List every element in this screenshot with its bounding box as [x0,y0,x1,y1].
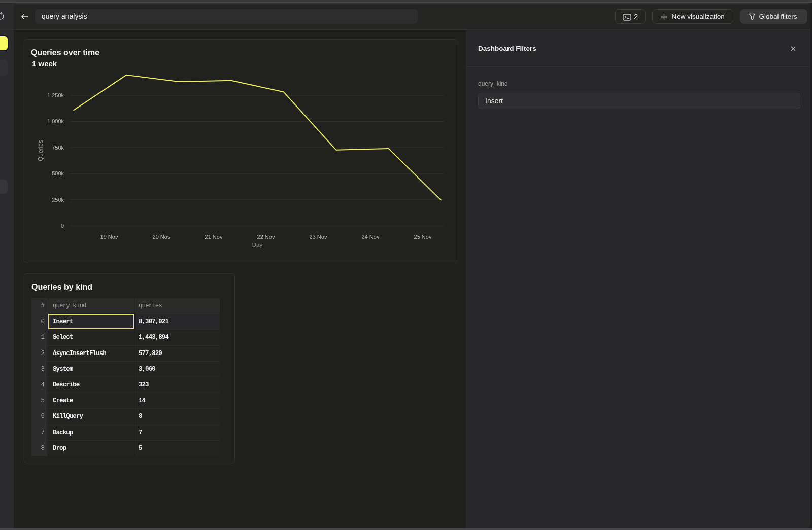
svg-text:Queries: Queries [37,140,44,161]
svg-text:22 Nov: 22 Nov [257,234,275,240]
svg-text:21 Nov: 21 Nov [205,234,223,240]
svg-text:1 250k: 1 250k [47,92,64,98]
svg-text:24 Nov: 24 Nov [362,234,380,240]
svg-text:500k: 500k [52,170,64,176]
svg-text:19 Nov: 19 Nov [100,234,118,240]
svg-text:250k: 250k [52,197,64,203]
svg-text:20 Nov: 20 Nov [153,234,171,240]
svg-text:25 Nov: 25 Nov [414,234,432,240]
svg-text:Day: Day [252,242,263,248]
svg-text:0: 0 [61,223,64,229]
svg-text:23 Nov: 23 Nov [310,234,327,240]
svg-text:1 000k: 1 000k [47,118,64,124]
svg-text:750k: 750k [52,145,64,151]
